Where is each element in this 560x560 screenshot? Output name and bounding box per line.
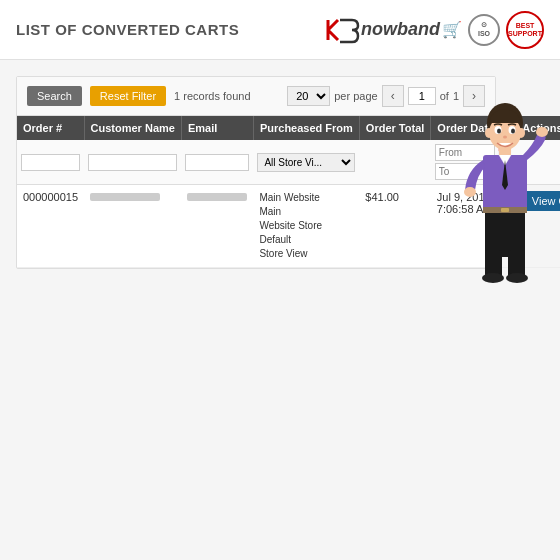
svg-rect-15	[501, 208, 509, 212]
filter-store-select[interactable]: All Store Vi...	[257, 153, 355, 172]
cell-order-total: $41.00	[359, 185, 430, 268]
svg-point-3	[517, 128, 525, 138]
svg-point-11	[464, 187, 476, 197]
col-order-num: Order #	[17, 116, 84, 140]
k-arrow-icon	[324, 16, 360, 44]
filter-order-num[interactable]	[21, 154, 80, 171]
col-customer-name: Customer Name	[84, 116, 181, 140]
records-count: 1 records found	[174, 90, 279, 102]
search-button[interactable]: Search	[27, 86, 82, 106]
knowband-logo: nowband 🛒	[324, 16, 462, 44]
svg-point-18	[482, 273, 504, 283]
iso-badge: ⊙ ISO	[468, 14, 500, 46]
filter-customer-name[interactable]	[88, 154, 177, 171]
svg-point-2	[485, 128, 493, 138]
header-logos: nowband 🛒 ⊙ ISO BESTSUPPORT	[324, 11, 544, 49]
col-purchased-from: Purcheased From	[253, 116, 359, 140]
mascot-character	[455, 95, 555, 285]
cell-email	[181, 185, 253, 268]
svg-point-6	[497, 129, 501, 134]
blurred-customer-name	[90, 193, 160, 201]
col-email: Email	[181, 116, 253, 140]
svg-point-12	[536, 127, 548, 137]
per-page-label: per page	[334, 90, 377, 102]
page-number-input[interactable]	[408, 87, 436, 105]
cell-order-num: 000000015	[17, 185, 84, 268]
cell-customer-name	[84, 185, 181, 268]
of-label: of	[440, 90, 449, 102]
page-title: LIST OF CONVERTED CARTS	[16, 21, 239, 38]
mascot-svg	[455, 95, 555, 285]
svg-point-8	[503, 136, 507, 139]
svg-point-19	[506, 273, 528, 283]
header: LIST OF CONVERTED CARTS nowband 🛒 ⊙ ISO …	[0, 0, 560, 60]
brand-name: nowband	[361, 19, 440, 40]
svg-point-7	[511, 129, 515, 134]
prev-page-button[interactable]: ‹	[382, 85, 404, 107]
filter-email[interactable]	[185, 154, 249, 171]
svg-rect-13	[485, 207, 525, 257]
cart-icon: 🛒	[442, 20, 462, 39]
data-panel: Search Reset Filter 1 records found 20 p…	[16, 76, 496, 269]
toolbar: Search Reset Filter 1 records found 20 p…	[17, 77, 495, 116]
col-order-total: Order Total	[359, 116, 430, 140]
blurred-email	[187, 193, 247, 201]
support-badge: BESTSUPPORT	[506, 11, 544, 49]
cell-purchased-from: Main WebsiteMainWebsite StoreDefaultStor…	[253, 185, 359, 268]
per-page-select[interactable]: 20	[287, 86, 330, 106]
reset-filter-button[interactable]: Reset Filter	[90, 86, 166, 106]
main-content: Search Reset Filter 1 records found 20 p…	[0, 60, 560, 285]
